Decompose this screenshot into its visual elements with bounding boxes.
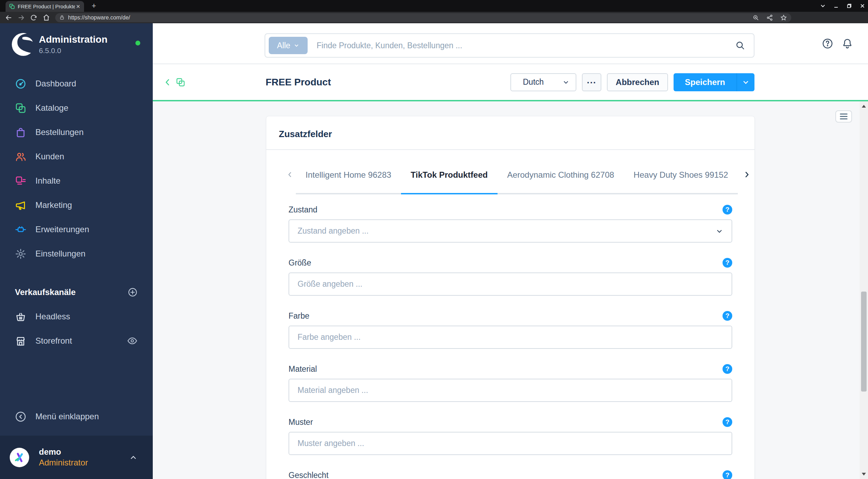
add-sales-channel-icon[interactable] <box>128 287 137 297</box>
help-icon[interactable]: ? <box>723 417 732 427</box>
field-label: Farbe <box>289 311 309 321</box>
back-chevron-icon[interactable] <box>163 78 172 87</box>
custom-field-tabs: Intelligent Home 96283 TikTok Produktfee… <box>266 150 754 194</box>
sidebar-item-label: Inhalte <box>35 176 60 186</box>
help-icon[interactable]: ? <box>723 470 732 479</box>
sidebar-item-headless[interactable]: Headless <box>0 304 153 329</box>
tabs-scroll-left-icon[interactable] <box>286 171 294 178</box>
language-select[interactable]: Dutch <box>510 73 576 91</box>
material-input[interactable] <box>289 379 732 402</box>
collapse-menu-label: Menü einklappen <box>35 412 99 421</box>
tabs-scroll-right-icon[interactable] <box>743 170 751 179</box>
app-version: 6.5.0.0 <box>39 47 108 55</box>
home-icon[interactable] <box>42 14 50 22</box>
status-dot <box>135 41 140 45</box>
notifications-bell-icon[interactable] <box>842 38 853 49</box>
field-groesse: Größe ? <box>289 258 732 296</box>
custom-fields-card: Zusatzfelder Intelligent Home 96283 TikT… <box>266 116 755 479</box>
global-search[interactable]: Alle <box>265 33 754 58</box>
tab-close-icon[interactable]: ✕ <box>75 3 81 10</box>
user-menu[interactable]: demo Administrator <box>0 436 153 479</box>
sidebar-item-erweiterungen[interactable]: Erweiterungen <box>0 217 153 242</box>
language-select-value: Dutch <box>523 77 562 87</box>
zustand-select[interactable]: Zustand angeben ... <box>289 219 732 243</box>
close-window-icon[interactable] <box>860 3 865 9</box>
chevron-down-icon <box>716 227 723 235</box>
tab-aerodynamic-clothing[interactable]: Aerodynamic Clothing 62708 <box>498 150 624 194</box>
settings-gear-icon <box>15 248 26 260</box>
minimize-icon[interactable] <box>833 3 839 9</box>
field-farbe: Farbe ? <box>289 311 732 349</box>
extensions-plug-icon <box>15 224 26 235</box>
sidebar-item-marketing[interactable]: Marketing <box>0 193 153 217</box>
scrollbar-thumb[interactable] <box>861 292 867 392</box>
sidebar-item-einstellungen[interactable]: Einstellungen <box>0 242 153 266</box>
help-circle-icon[interactable] <box>822 38 833 49</box>
sidebar-item-label: Dashboard <box>35 79 76 89</box>
headless-basket-icon <box>15 311 26 322</box>
collapse-menu-button[interactable]: Menü einklappen <box>0 404 153 429</box>
help-icon[interactable]: ? <box>723 364 732 374</box>
app-title: Administration <box>39 34 108 45</box>
page-title: FREE Product <box>266 77 331 88</box>
field-zustand: Zustand ? Zustand angeben ... <box>289 205 732 243</box>
storefront-shop-icon <box>15 335 26 347</box>
new-tab-button[interactable]: + <box>92 1 96 12</box>
back-icon[interactable] <box>5 14 12 22</box>
save-button[interactable]: Speichern <box>674 73 736 91</box>
scroll-up-arrow[interactable] <box>860 102 868 110</box>
tab-intelligent-home[interactable]: Intelligent Home 96283 <box>296 150 401 194</box>
bookmark-star-icon[interactable] <box>780 14 787 21</box>
sidebar-nav: Dashboard Kataloge Bestellungen Kunden I… <box>0 72 153 266</box>
sidebar-item-bestellungen[interactable]: Bestellungen <box>0 120 153 144</box>
save-options-button[interactable] <box>736 73 754 91</box>
search-icon[interactable] <box>735 40 745 51</box>
lock-icon <box>59 15 65 20</box>
browser-tab[interactable]: FREE Product | Produkte ✕ <box>6 1 84 12</box>
vertical-scrollbar[interactable] <box>860 101 868 479</box>
sidebar-item-kunden[interactable]: Kunden <box>0 144 153 169</box>
scroll-down-arrow[interactable] <box>860 470 868 478</box>
sidebar-item-label: Marketing <box>35 200 72 210</box>
sidebar-item-label: Kunden <box>35 152 64 161</box>
eye-icon[interactable] <box>127 336 137 346</box>
share-icon[interactable] <box>766 14 773 21</box>
reload-icon[interactable] <box>30 14 37 22</box>
card-context-menu-button[interactable] <box>835 110 852 123</box>
groesse-input[interactable] <box>289 272 732 296</box>
sidebar-item-dashboard[interactable]: Dashboard <box>0 72 153 96</box>
sidebar-item-inhalte[interactable]: Inhalte <box>0 169 153 193</box>
browser-chrome: FREE Product | Produkte ✕ + https://shop… <box>0 0 868 23</box>
forward-icon[interactable] <box>17 14 25 22</box>
field-label: Muster <box>289 418 313 427</box>
restore-window-icon[interactable] <box>846 3 852 9</box>
more-actions-button[interactable]: ... <box>582 73 601 91</box>
url-bar[interactable]: https://shopware.com/de/ <box>55 13 791 22</box>
sidebar-item-storefront[interactable]: Storefront <box>0 329 153 353</box>
cancel-button[interactable]: Abbrechen <box>607 73 668 91</box>
search-scope-chip[interactable]: Alle <box>269 37 308 54</box>
muster-input[interactable] <box>289 432 732 455</box>
zoom-icon[interactable] <box>752 14 759 21</box>
content-area: Zusatzfelder Intelligent Home 96283 TikT… <box>153 101 868 479</box>
sidebar-item-kataloge[interactable]: Kataloge <box>0 96 153 120</box>
chevron-down-icon[interactable] <box>820 3 826 9</box>
top-header: Alle <box>153 23 868 64</box>
field-label: Größe <box>289 258 311 268</box>
shopware-logo <box>12 33 35 56</box>
chevron-down-icon <box>742 78 750 86</box>
help-icon[interactable]: ? <box>723 205 732 215</box>
sidebar-item-label: Kataloge <box>35 103 68 113</box>
tab-tiktok-produktfeed[interactable]: TikTok Produktfeed <box>401 150 498 194</box>
help-icon[interactable]: ? <box>723 311 732 321</box>
catalogues-icon <box>15 102 26 114</box>
sales-channels-header: Verkaufskanäle <box>15 287 128 297</box>
tab-heavy-duty-shoes[interactable]: Heavy Duty Shoes 99152 <box>624 150 738 194</box>
sidebar-item-label: Headless <box>35 312 70 321</box>
duplicate-icon[interactable] <box>176 77 185 87</box>
search-input[interactable] <box>317 41 735 50</box>
farbe-input[interactable] <box>289 326 732 349</box>
field-label: Material <box>289 364 317 374</box>
help-icon[interactable]: ? <box>723 258 732 268</box>
field-label: Geschlecht <box>289 471 328 479</box>
